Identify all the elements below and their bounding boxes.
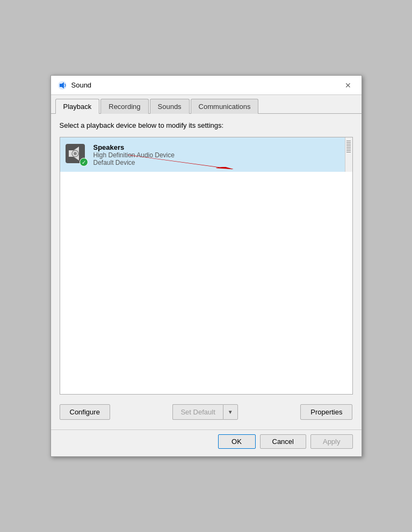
- title-bar: Sound ✕: [51, 76, 362, 95]
- device-icon-wrap: ✓: [64, 143, 88, 166]
- svg-point-5: [74, 152, 77, 155]
- tabs-bar: Playback Recording Sounds Communications: [51, 95, 362, 114]
- title-bar-left: Sound: [57, 81, 92, 90]
- device-default: Default Device: [93, 159, 348, 166]
- set-default-group: Set Default ▼: [172, 404, 237, 420]
- tab-sounds[interactable]: Sounds: [150, 99, 190, 114]
- set-default-dropdown-button[interactable]: ▼: [223, 404, 238, 420]
- cancel-button[interactable]: Cancel: [260, 434, 306, 449]
- footer-buttons: OK Cancel Apply: [51, 429, 362, 456]
- configure-button[interactable]: Configure: [60, 404, 110, 420]
- properties-button[interactable]: Properties: [300, 404, 352, 420]
- tab-playback[interactable]: Playback: [55, 99, 100, 114]
- tab-content: Select a playback device below to modify…: [51, 114, 362, 429]
- ok-button[interactable]: OK: [218, 434, 256, 449]
- scrollbar[interactable]: [345, 137, 352, 172]
- set-default-button[interactable]: Set Default: [172, 404, 222, 420]
- scroll-grip: [345, 139, 352, 155]
- device-item-speakers[interactable]: ✓ Speakers High Definition Audio Device …: [60, 137, 352, 172]
- action-buttons-row: Configure Set Default ▼ Properties: [60, 400, 353, 422]
- device-info: Speakers High Definition Audio Device De…: [93, 143, 348, 166]
- window-title: Sound: [71, 81, 92, 89]
- tab-recording[interactable]: Recording: [100, 99, 148, 114]
- close-button[interactable]: ✕: [341, 80, 355, 91]
- instruction-text: Select a playback device below to modify…: [60, 121, 353, 129]
- device-list[interactable]: ✓ Speakers High Definition Audio Device …: [60, 137, 353, 395]
- device-sub: High Definition Audio Device: [93, 151, 348, 159]
- title-icon: [57, 81, 67, 90]
- device-name: Speakers: [93, 143, 348, 151]
- sound-dialog: Sound ✕ Playback Recording Sounds Commun…: [50, 75, 362, 457]
- apply-button[interactable]: Apply: [310, 434, 353, 449]
- device-list-inner: ✓ Speakers High Definition Audio Device …: [60, 137, 352, 172]
- default-check-badge: ✓: [79, 158, 88, 166]
- tab-communications[interactable]: Communications: [191, 99, 259, 114]
